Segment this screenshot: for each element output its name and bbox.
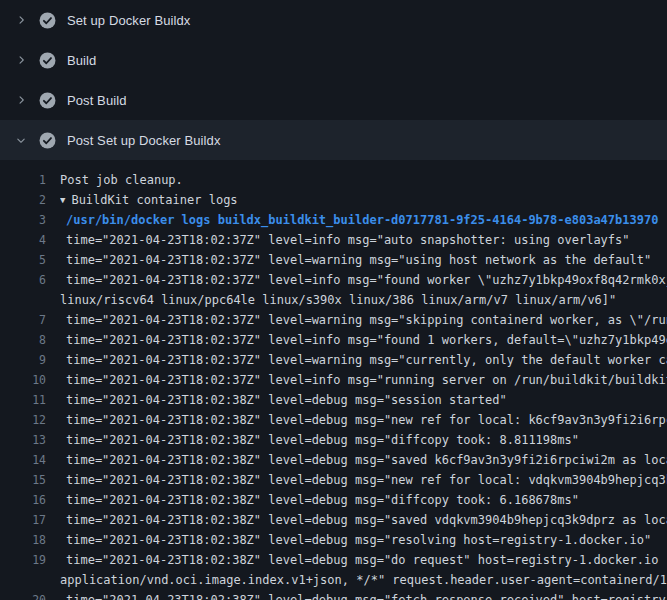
log-line: 5time="2021-04-23T18:02:37Z" level=warni… — [0, 250, 667, 270]
line-number[interactable]: 20 — [0, 590, 46, 600]
log-line: 2▼BuildKit container logs — [0, 190, 667, 210]
log-line: 12time="2021-04-23T18:02:38Z" level=debu… — [0, 410, 667, 430]
step-header-set-up-docker-buildx[interactable]: Set up Docker Buildx — [0, 0, 667, 40]
check-circle-icon — [39, 92, 56, 109]
line-number[interactable]: 13 — [0, 430, 46, 450]
step-label: Post Set up Docker Buildx — [67, 133, 221, 148]
log-text: time="2021-04-23T18:02:38Z" level=debug … — [60, 530, 667, 550]
log-text: application/vnd.oci.image.index.v1+json,… — [60, 570, 667, 590]
log-line: linux/riscv64 linux/ppc64le linux/s390x … — [0, 290, 667, 310]
log-line: 3/usr/bin/docker logs buildx_buildkit_bu… — [0, 210, 667, 230]
log-text: time="2021-04-23T18:02:38Z" level=debug … — [60, 410, 667, 430]
log-line: 8time="2021-04-23T18:02:37Z" level=info … — [0, 330, 667, 350]
step-header-build[interactable]: Build — [0, 40, 667, 80]
workflow-log-viewer: Set up Docker BuildxBuildPost BuildPost … — [0, 0, 667, 600]
line-number[interactable]: 4 — [0, 230, 46, 250]
log-line: 19time="2021-04-23T18:02:38Z" level=debu… — [0, 550, 667, 570]
log-text: time="2021-04-23T18:02:37Z" level=info m… — [60, 270, 667, 290]
line-number[interactable]: 8 — [0, 330, 46, 350]
log-line: 6time="2021-04-23T18:02:37Z" level=info … — [0, 270, 667, 290]
line-number[interactable]: 17 — [0, 510, 46, 530]
line-number[interactable]: 6 — [0, 270, 46, 290]
line-number — [0, 570, 46, 590]
line-number[interactable]: 14 — [0, 450, 46, 470]
step-header-post-build[interactable]: Post Build — [0, 80, 667, 120]
log-text: time="2021-04-23T18:02:38Z" level=debug … — [60, 550, 667, 570]
log-text: time="2021-04-23T18:02:37Z" level=warnin… — [60, 310, 667, 330]
line-number[interactable]: 10 — [0, 370, 46, 390]
line-number[interactable]: 1 — [0, 170, 46, 190]
line-number[interactable]: 3 — [0, 210, 46, 230]
log-command-text: /usr/bin/docker logs buildx_buildkit_bui… — [60, 210, 667, 230]
log-line: 10time="2021-04-23T18:02:37Z" level=info… — [0, 370, 667, 390]
log-line: 20time="2021-04-23T18:02:38Z" level=debu… — [0, 590, 667, 600]
group-toggle-icon[interactable]: ▼ — [60, 190, 65, 210]
log-text: Post job cleanup. — [60, 170, 667, 190]
group-title[interactable]: BuildKit container logs — [71, 193, 237, 207]
log-line: 9time="2021-04-23T18:02:37Z" level=warni… — [0, 350, 667, 370]
log-line: 16time="2021-04-23T18:02:38Z" level=debu… — [0, 490, 667, 510]
step-header-post-set-up-docker-buildx[interactable]: Post Set up Docker Buildx — [0, 120, 667, 160]
line-number[interactable]: 19 — [0, 550, 46, 570]
log-text: time="2021-04-23T18:02:37Z" level=warnin… — [60, 350, 667, 370]
check-circle-icon — [39, 12, 56, 29]
chevron-right-icon[interactable] — [13, 52, 29, 68]
log-text: time="2021-04-23T18:02:38Z" level=debug … — [60, 590, 667, 600]
log-text: time="2021-04-23T18:02:37Z" level=info m… — [60, 230, 667, 250]
log-text: time="2021-04-23T18:02:38Z" level=debug … — [60, 470, 667, 490]
log-line: 11time="2021-04-23T18:02:38Z" level=debu… — [0, 390, 667, 410]
line-number[interactable]: 11 — [0, 390, 46, 410]
log-line: 1Post job cleanup. — [0, 170, 667, 190]
log-line: 4time="2021-04-23T18:02:37Z" level=info … — [0, 230, 667, 250]
step-label: Build — [67, 53, 96, 68]
line-number[interactable]: 12 — [0, 410, 46, 430]
log-line: 18time="2021-04-23T18:02:38Z" level=debu… — [0, 530, 667, 550]
log-line: application/vnd.oci.image.index.v1+json,… — [0, 570, 667, 590]
chevron-right-icon[interactable] — [13, 92, 29, 108]
line-number[interactable]: 7 — [0, 310, 46, 330]
line-number[interactable]: 2 — [0, 190, 46, 210]
step-label: Post Build — [67, 93, 127, 108]
check-circle-icon — [39, 132, 56, 149]
log-text: time="2021-04-23T18:02:38Z" level=debug … — [60, 430, 667, 450]
log-line: 7time="2021-04-23T18:02:37Z" level=warni… — [0, 310, 667, 330]
log-text: time="2021-04-23T18:02:37Z" level=info m… — [60, 370, 667, 390]
log-text: time="2021-04-23T18:02:37Z" level=info m… — [60, 330, 667, 350]
log-lines: 1Post job cleanup.2▼BuildKit container l… — [0, 160, 667, 600]
line-number[interactable]: 9 — [0, 350, 46, 370]
line-number — [0, 290, 46, 310]
line-number[interactable]: 16 — [0, 490, 46, 510]
log-line: 13time="2021-04-23T18:02:38Z" level=debu… — [0, 430, 667, 450]
log-line: 15time="2021-04-23T18:02:38Z" level=debu… — [0, 470, 667, 490]
line-number[interactable]: 18 — [0, 530, 46, 550]
step-label: Set up Docker Buildx — [67, 13, 190, 28]
log-line: 17time="2021-04-23T18:02:38Z" level=debu… — [0, 510, 667, 530]
log-line: 14time="2021-04-23T18:02:38Z" level=debu… — [0, 450, 667, 470]
chevron-right-icon[interactable] — [13, 12, 29, 28]
log-text: time="2021-04-23T18:02:38Z" level=debug … — [60, 390, 667, 410]
line-number[interactable]: 15 — [0, 470, 46, 490]
log-text: time="2021-04-23T18:02:38Z" level=debug … — [60, 450, 667, 470]
line-number[interactable]: 5 — [0, 250, 46, 270]
log-text: ▼BuildKit container logs — [60, 190, 667, 210]
check-circle-icon — [39, 52, 56, 69]
log-text: time="2021-04-23T18:02:37Z" level=warnin… — [60, 250, 667, 270]
log-text: time="2021-04-23T18:02:38Z" level=debug … — [60, 510, 667, 530]
chevron-down-icon[interactable] — [13, 132, 29, 148]
log-text: time="2021-04-23T18:02:38Z" level=debug … — [60, 490, 667, 510]
log-text: linux/riscv64 linux/ppc64le linux/s390x … — [60, 290, 667, 310]
step-list: Set up Docker BuildxBuildPost BuildPost … — [0, 0, 667, 160]
